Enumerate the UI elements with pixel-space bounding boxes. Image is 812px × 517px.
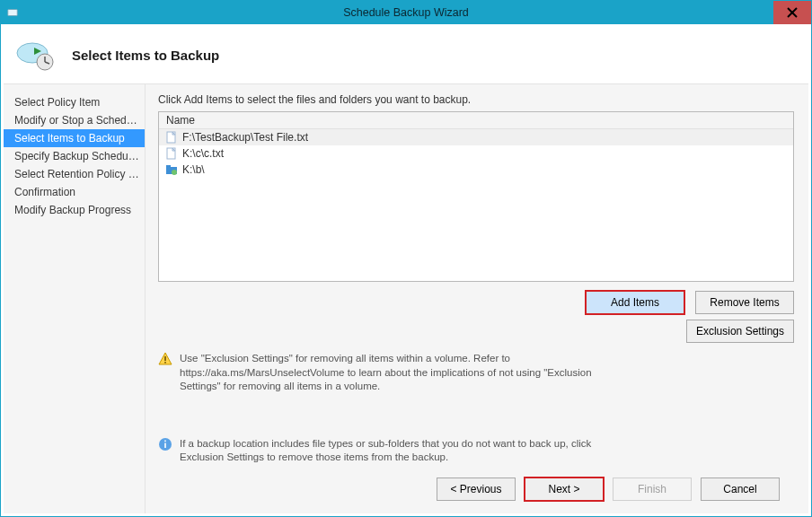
- step-modify-backup-progress[interactable]: Modify Backup Progress: [4, 201, 145, 219]
- wizard-body: Select Policy Item Modify or Stop a Sche…: [4, 84, 808, 513]
- exclusion-settings-button[interactable]: Exclusion Settings: [686, 320, 794, 343]
- file-icon: [164, 130, 179, 145]
- next-button[interactable]: Next >: [525, 478, 604, 501]
- svg-rect-10: [166, 165, 171, 168]
- step-select-items-to-backup[interactable]: Select Items to Backup: [4, 129, 145, 147]
- close-icon: [787, 7, 798, 18]
- list-item-text: F:\TestBackup\Test File.txt: [182, 131, 308, 144]
- list-item-text: K:\b\: [182, 163, 205, 176]
- cancel-button[interactable]: Cancel: [701, 478, 780, 501]
- wizard-window: Schedule Backup Wizard Select Items to B…: [0, 0, 812, 517]
- step-confirmation[interactable]: Confirmation: [4, 183, 145, 201]
- wizard-main-panel: Click Add Items to select the files and …: [146, 84, 808, 513]
- items-list[interactable]: Name F:\TestBackup\Test File.txt: [158, 111, 794, 282]
- wizard-header: Select Items to Backup: [4, 27, 808, 84]
- list-item[interactable]: K:\c\c.txt: [159, 145, 793, 162]
- warning-icon: [158, 352, 172, 366]
- close-button[interactable]: [773, 1, 811, 24]
- item-buttons-row: Add Items Remove Items: [158, 291, 794, 314]
- page-title: Select Items to Backup: [72, 48, 219, 63]
- remove-items-button[interactable]: Remove Items: [695, 291, 794, 314]
- wizard-steps-sidebar: Select Policy Item Modify or Stop a Sche…: [4, 84, 146, 513]
- folder-special-icon: [164, 162, 179, 177]
- svg-rect-16: [164, 440, 166, 442]
- svg-rect-13: [164, 362, 166, 364]
- instruction-text: Click Add Items to select the files and …: [158, 93, 794, 106]
- list-item[interactable]: K:\b\: [159, 162, 793, 178]
- previous-button[interactable]: < Previous: [437, 478, 516, 501]
- warning-text: Use "Exclusion Settings" for removing al…: [180, 352, 625, 394]
- step-select-retention-policy[interactable]: Select Retention Policy (F...: [4, 165, 145, 183]
- info-note: If a backup location includes file types…: [158, 437, 625, 465]
- list-item-text: K:\c\c.txt: [182, 147, 224, 160]
- step-specify-backup-schedule[interactable]: Specify Backup Schedule ...: [4, 147, 145, 165]
- wizard-logo-icon: [4, 27, 68, 84]
- titlebar: Schedule Backup Wizard: [1, 1, 811, 24]
- window-title: Schedule Backup Wizard: [1, 6, 811, 19]
- add-items-button[interactable]: Add Items: [586, 291, 684, 314]
- step-modify-or-stop[interactable]: Modify or Stop a Schedul...: [4, 111, 145, 129]
- info-text: If a backup location includes file types…: [180, 437, 625, 465]
- svg-rect-15: [164, 443, 166, 448]
- finish-button: Finish: [613, 478, 692, 501]
- exclusion-row: Exclusion Settings: [158, 320, 794, 343]
- column-header-name[interactable]: Name: [159, 112, 793, 129]
- info-icon: [158, 437, 172, 451]
- list-item[interactable]: F:\TestBackup\Test File.txt: [159, 129, 793, 145]
- file-icon: [164, 146, 179, 161]
- window-body: Select Items to Backup Select Policy Ite…: [3, 26, 809, 514]
- svg-point-11: [172, 170, 177, 175]
- step-select-policy-item[interactable]: Select Policy Item: [4, 93, 145, 111]
- warning-note: Use "Exclusion Settings" for removing al…: [158, 352, 625, 394]
- wizard-footer: < Previous Next > Finish Cancel: [158, 469, 794, 513]
- items-list-rows: F:\TestBackup\Test File.txt K:\c\c.txt: [159, 129, 793, 281]
- svg-rect-12: [164, 356, 166, 361]
